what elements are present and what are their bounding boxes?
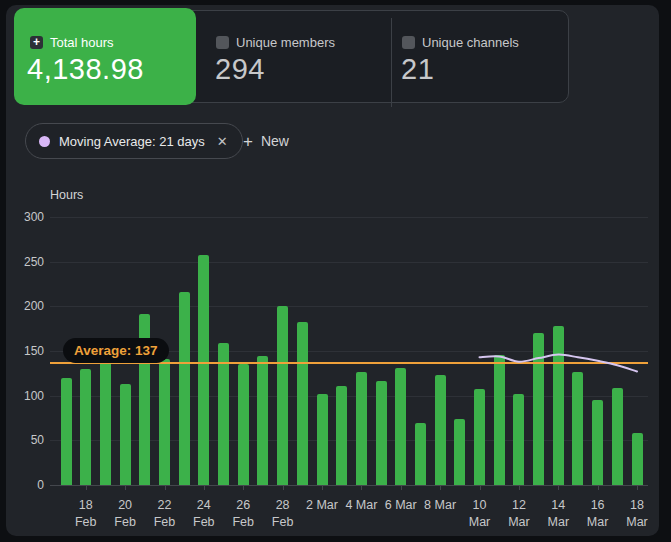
y-tick-label: 0 [6,478,44,492]
x-tick-label: 16Mar [576,497,620,531]
main-panel: + Total hours 4,138.98 Unique members 29… [6,5,659,536]
y-tick-label: 150 [6,344,44,358]
x-tick-label: 26Feb [221,497,265,531]
x-tick-mark [440,485,441,490]
y-tick-label: 300 [6,210,44,224]
x-tick-mark [637,485,638,490]
x-tick-mark [401,485,402,490]
x-tick-mark [243,485,244,490]
stat-card-value: 294 [215,53,265,86]
x-tick-label: 8 Mar [418,497,462,514]
average-annotation-label: Average: 137 [74,343,158,358]
new-filter-button[interactable]: + New [243,129,289,153]
checkbox-icon[interactable] [402,36,415,49]
stat-card-value: 21 [401,53,434,86]
plus-icon: + [243,133,253,150]
y-tick-label: 100 [6,389,44,403]
x-tick-label: 10Mar [458,497,502,531]
y-tick-label: 200 [6,299,44,313]
hours-bar-chart: Hours 050100150200250300 Average: 137 18… [6,185,659,533]
x-tick-label: 18Feb [64,497,108,531]
stat-card-total-hours[interactable]: + Total hours 4,138.98 [14,8,196,105]
x-tick-mark [125,485,126,490]
x-tick-label: 4 Mar [339,497,383,514]
x-tick-mark [598,485,599,490]
x-tick-label: 20Feb [103,497,147,531]
x-tick-label: 28Feb [261,497,305,531]
close-icon[interactable]: ✕ [217,134,228,149]
x-axis-labels: 18Feb20Feb22Feb24Feb26Feb28Feb2 Mar4 Mar… [50,497,648,531]
plus-checkbox-icon[interactable]: + [30,36,43,49]
average-annotation: Average: 137 [63,338,169,363]
x-tick-mark [361,485,362,490]
x-tick-mark [558,485,559,490]
x-tick-label: 24Feb [182,497,226,531]
chip-label: Moving Average: 21 days [59,134,205,149]
x-tick-label: 22Feb [143,497,187,531]
x-tick-label: 12Mar [497,497,541,531]
x-tick-mark [519,485,520,490]
y-axis-title: Hours [50,188,83,202]
x-tick-label: 18Mar [615,497,659,531]
stat-card-label: Unique channels [422,35,519,50]
dashboard: + Total hours 4,138.98 Unique members 29… [0,0,671,542]
x-tick-label: 14Mar [536,497,580,531]
moving-average-chip[interactable]: Moving Average: 21 days ✕ [25,123,243,159]
stat-card-label: Total hours [50,35,114,50]
x-tick-mark [322,485,323,490]
x-tick-mark [283,485,284,490]
x-tick-label: 6 Mar [379,497,423,514]
y-axis-labels: 050100150200250300 [6,217,44,485]
x-tick-mark [204,485,205,490]
y-tick-label: 50 [6,433,44,447]
y-tick-label: 250 [6,255,44,269]
series-color-dot-icon [39,136,50,147]
stat-card-unique-channels[interactable]: Unique channels 21 [388,10,574,103]
x-tick-mark [165,485,166,490]
stat-card-label: Unique members [236,35,335,50]
stat-card-unique-members[interactable]: Unique members 294 [202,10,388,103]
x-tick-mark [86,485,87,490]
checkbox-icon[interactable] [216,36,229,49]
stat-card-value: 4,138.98 [27,53,144,86]
new-button-label: New [261,133,289,149]
x-tick-mark [480,485,481,490]
x-tick-label: 2 Mar [300,497,344,514]
